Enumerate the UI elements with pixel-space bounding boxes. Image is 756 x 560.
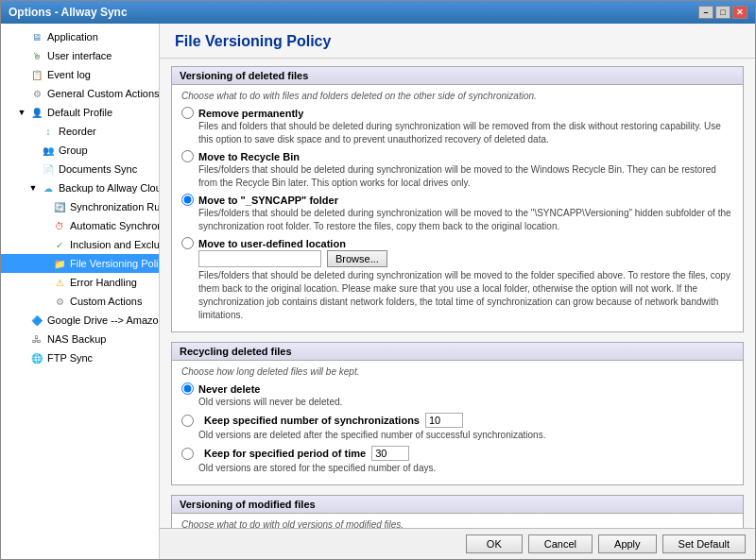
main-window: Options - Allway Sync – □ ✕ 🖥 Applicatio… — [0, 0, 756, 560]
sidebar-item-inclusion[interactable]: ✓ Inclusion and Exclusion f — [1, 235, 159, 254]
option-remove-permanently: Remove permanently Files and folders tha… — [181, 107, 733, 146]
sidebar-label-application: Application — [47, 31, 98, 42]
set-default-button[interactable]: Set Default — [662, 535, 746, 553]
radio-user-defined[interactable] — [181, 237, 194, 249]
expand-icon — [16, 333, 27, 345]
user-defined-path-input[interactable] — [198, 250, 321, 267]
button-bar: OK Cancel Apply Set Default — [160, 528, 755, 559]
radio-label-remove[interactable]: Remove permanently — [181, 107, 733, 119]
sync-count-input[interactable] — [425, 413, 463, 428]
cancel-button[interactable]: Cancel — [528, 535, 593, 553]
cloud-icon: ☁ — [41, 180, 56, 195]
radio-period[interactable] — [181, 448, 194, 460]
expand-icon — [39, 258, 50, 269]
minimize-button[interactable]: – — [698, 6, 713, 19]
expand-icon — [39, 296, 50, 307]
sidebar-label-file-versioning: File Versioning Policy — [70, 258, 160, 269]
ftp-icon: 🌐 — [29, 350, 44, 365]
sidebar-item-application[interactable]: 🖥 Application — [1, 27, 159, 46]
panel-body: Versioning of deleted files Choose what … — [160, 59, 755, 528]
radio-label-user-defined[interactable]: Move to user-defined location — [181, 237, 733, 249]
radio-text-period: Keep for specified period of time — [204, 448, 366, 459]
section-desc-recycling: Choose how long deleted files will be ke… — [181, 366, 733, 377]
docs-icon: 📄 — [41, 161, 56, 177]
radio-recycle[interactable] — [181, 150, 194, 162]
radio-keep-sync[interactable] — [181, 415, 194, 427]
option-never-delete: Never delete Old versions will never be … — [181, 382, 733, 409]
sidebar-item-backup-cloud[interactable]: ▼ ☁ Backup to Allway Cloud — [1, 178, 159, 197]
sidebar-label-error: Error Handling — [70, 277, 137, 288]
sidebar-label-custom: Custom Actions — [70, 296, 142, 307]
title-bar: Options - Allway Sync – □ ✕ — [1, 1, 755, 24]
sidebar-label-docs: Documents Sync — [59, 163, 137, 175]
auto-icon: ⏱ — [52, 218, 67, 233]
expand-icon: ▼ — [27, 182, 39, 194]
radio-text-keep-sync: Keep specified number of synchronization… — [204, 415, 420, 426]
sidebar-item-auto-sync[interactable]: ⏱ Automatic Synchronizati — [1, 216, 159, 235]
custom-icon: ⚙ — [52, 294, 67, 309]
ok-button[interactable]: OK — [466, 535, 523, 553]
sidebar-item-google-drive[interactable]: 🔷 Google Drive --> Amazon S — [1, 311, 159, 330]
section-desc-modified: Choose what to do with old versions of m… — [181, 519, 733, 528]
apply-button[interactable]: Apply — [598, 535, 657, 553]
sidebar-label-ui: User interface — [47, 50, 112, 61]
radio-remove[interactable] — [181, 107, 194, 119]
option-move-user-defined: Move to user-defined location Browse... … — [181, 237, 733, 322]
radio-text-remove: Remove permanently — [198, 108, 303, 119]
sidebar-item-sync-rules[interactable]: 🔄 Synchronization Rules — [1, 197, 159, 216]
sidebar-item-nas-backup[interactable]: 🖧 NAS Backup — [1, 330, 159, 348]
incl-icon: ✓ — [52, 237, 67, 252]
sidebar-item-custom-actions[interactable]: ⚙ Custom Actions — [1, 292, 159, 311]
sidebar-label-auto: Automatic Synchronizati — [70, 220, 160, 231]
section-header-deleted: Versioning of deleted files — [172, 67, 743, 85]
browse-button[interactable]: Browse... — [327, 250, 387, 267]
radio-desc-remove: Files and folders that should be deleted… — [198, 120, 733, 146]
expand-icon — [39, 220, 50, 231]
radio-label-keep-sync[interactable]: Keep specified number of synchronization… — [181, 413, 733, 428]
radio-label-recycle[interactable]: Move to Recycle Bin — [181, 150, 733, 162]
section-body-recycling: Choose how long deleted files will be ke… — [172, 361, 743, 484]
error-icon: ⚠ — [52, 275, 67, 290]
radio-desc-recycle: Files/folders that should be deleted dur… — [198, 163, 733, 190]
option-move-recycle: Move to Recycle Bin Files/folders that s… — [181, 150, 733, 190]
sidebar-item-event-log[interactable]: 📋 Event log — [1, 65, 159, 84]
sidebar-item-user-interface[interactable]: 🖱 User interface — [1, 46, 159, 65]
sidebar-label-group: Group — [59, 144, 88, 156]
radio-label-period[interactable]: Keep for specified period of time — [181, 446, 733, 461]
profile-icon: 👤 — [29, 105, 44, 120]
expand-icon: ▼ — [16, 107, 27, 118]
radio-label-never[interactable]: Never delete — [181, 382, 733, 395]
window-title: Options - Allway Sync — [9, 6, 128, 19]
sidebar-item-file-versioning[interactable]: 📁 File Versioning Policy — [1, 254, 159, 273]
option-move-syncapp: Move to "_SYNCAPP" folder Files/folders … — [181, 194, 733, 233]
radio-never[interactable] — [181, 382, 194, 395]
sync-icon: 🔄 — [52, 199, 67, 214]
close-button[interactable]: ✕ — [732, 6, 747, 19]
sidebar-item-general-custom[interactable]: ⚙ General Custom Actions — [1, 84, 159, 103]
option-keep-sync: Keep specified number of synchronization… — [181, 413, 733, 442]
sidebar-item-documents-sync[interactable]: 📄 Documents Sync — [1, 160, 159, 178]
maximize-button[interactable]: □ — [715, 6, 730, 19]
expand-icon — [16, 88, 27, 99]
expand-icon — [39, 239, 50, 250]
radio-text-recycle: Move to Recycle Bin — [198, 151, 300, 162]
expand-icon — [27, 126, 39, 137]
radio-label-syncapp[interactable]: Move to "_SYNCAPP" folder — [181, 194, 733, 206]
browse-row: Browse... — [198, 250, 733, 267]
expand-icon — [39, 201, 50, 212]
radio-syncapp[interactable] — [181, 194, 194, 206]
sidebar-item-ftp-sync[interactable]: 🌐 FTP Sync — [1, 348, 159, 367]
sidebar-item-error-handling[interactable]: ⚠ Error Handling — [1, 273, 159, 292]
radio-text-user-defined: Move to user-defined location — [198, 238, 346, 249]
period-days-input[interactable] — [371, 446, 409, 461]
expand-icon — [16, 31, 27, 42]
sidebar-item-default-profile[interactable]: ▼ 👤 Default Profile — [1, 103, 159, 122]
sidebar-item-group[interactable]: 👥 Group — [1, 141, 159, 160]
section-body-deleted: Choose what to do with files and folders… — [172, 85, 743, 331]
sidebar-label-general: General Custom Actions — [47, 88, 160, 99]
panel-title: File Versioning Policy — [175, 33, 740, 50]
section-versioning-modified: Versioning of modified files Choose what… — [171, 495, 744, 528]
sidebar-item-reorder[interactable]: ↕ Reorder — [1, 122, 159, 141]
sidebar-label-reorder: Reorder — [59, 126, 96, 137]
gdrive-icon: 🔷 — [29, 313, 44, 328]
